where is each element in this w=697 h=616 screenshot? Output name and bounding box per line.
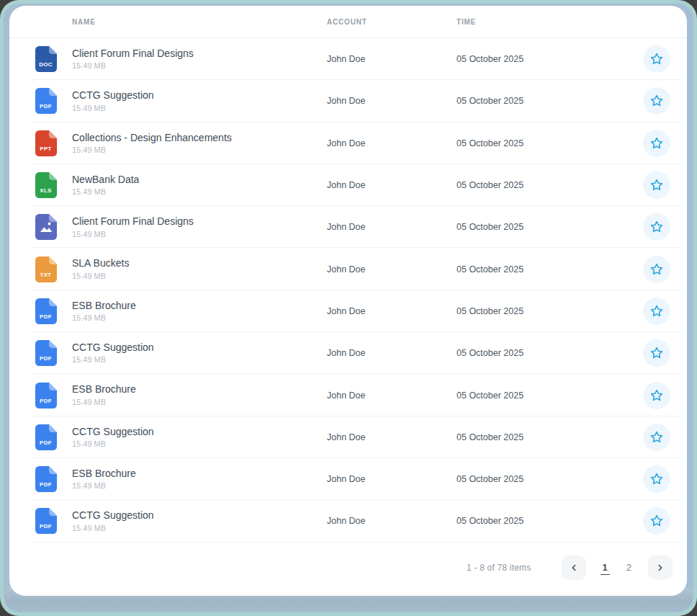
file-name-cell: CCTG Suggestion 15.49 MB bbox=[72, 427, 327, 448]
file-size: 15.49 MB bbox=[72, 104, 327, 112]
file-icon-cell: PPT bbox=[35, 130, 72, 156]
file-name-cell: Client Forum Final Designs 15.49 MB bbox=[72, 216, 327, 238]
star-icon bbox=[649, 514, 664, 528]
file-name-cell: CCTG Suggestion 15.49 MB bbox=[72, 342, 327, 364]
star-icon bbox=[649, 220, 664, 234]
file-type-icon-txt: TXT bbox=[35, 256, 57, 282]
file-type-icon-pdf: PDF bbox=[35, 383, 57, 409]
file-row-7[interactable]: PDF ESB Brochure 15.49 MB John Doe 05 Oc… bbox=[9, 290, 687, 332]
file-type-icon-ppt: PPT bbox=[35, 130, 57, 156]
file-name-cell: Collections - Design Enhancements 15.49 … bbox=[72, 133, 327, 154]
file-name: ESB Brochure bbox=[72, 468, 327, 479]
pagination-next-button[interactable] bbox=[648, 555, 673, 580]
pagination-page-1[interactable]: 1 bbox=[601, 561, 610, 575]
file-size: 15.49 MB bbox=[72, 439, 327, 448]
file-row-9[interactable]: PDF ESB Brochure 15.49 MB John Doe 05 Oc… bbox=[9, 374, 687, 416]
file-time: 05 October 2025 bbox=[457, 54, 641, 64]
favorite-star-button[interactable] bbox=[643, 424, 670, 451]
svg-text:PDF: PDF bbox=[40, 313, 52, 320]
file-time: 05 October 2025 bbox=[457, 306, 641, 316]
file-row-4[interactable]: XLS NewBank Data 15.49 MB John Doe 05 Oc… bbox=[9, 164, 687, 206]
file-account: John Doe bbox=[327, 222, 457, 232]
svg-text:PDF: PDF bbox=[40, 398, 52, 404]
file-size: 15.49 MB bbox=[72, 61, 327, 70]
file-row-3[interactable]: PPT Collections - Design Enhancements 15… bbox=[9, 122, 687, 164]
file-time: 05 October 2025 bbox=[457, 264, 641, 274]
file-name-cell: ESB Brochure 15.49 MB bbox=[72, 300, 327, 322]
file-name-cell: ESB Brochure 15.49 MB bbox=[72, 384, 327, 406]
file-row-11[interactable]: PDF ESB Brochure 15.49 MB John Doe 05 Oc… bbox=[9, 458, 687, 500]
file-name: Collections - Design Enhancements bbox=[72, 133, 327, 143]
file-row-6[interactable]: TXT SLA Buckets 15.49 MB John Doe 05 Oct… bbox=[9, 248, 687, 290]
file-account: John Doe bbox=[327, 474, 457, 484]
svg-text:PDF: PDF bbox=[40, 439, 52, 446]
column-header-account: ACCOUNT bbox=[327, 18, 457, 26]
file-size: 15.49 MB bbox=[72, 355, 327, 364]
column-header-time: TIME bbox=[457, 18, 641, 26]
favorite-star-button[interactable] bbox=[643, 213, 670, 241]
pagination-summary: 1 - 8 of 78 items bbox=[467, 563, 531, 573]
file-account: John Doe bbox=[327, 306, 457, 316]
favorite-star-button[interactable] bbox=[643, 45, 670, 73]
svg-text:PDF: PDF bbox=[40, 355, 52, 362]
file-type-icon-img bbox=[35, 214, 57, 240]
file-name-cell: CCTG Suggestion 15.49 MB bbox=[72, 90, 327, 112]
file-name: ESB Brochure bbox=[72, 300, 327, 311]
file-icon-cell: PDF bbox=[35, 298, 72, 324]
star-icon bbox=[649, 136, 664, 151]
chevron-right-icon bbox=[655, 563, 665, 573]
file-list-card: NAME ACCOUNT TIME DOC Client Forum Final… bbox=[9, 6, 687, 596]
favorite-star-button[interactable] bbox=[643, 87, 670, 115]
file-row-10[interactable]: PDF CCTG Suggestion 15.49 MB John Doe 05… bbox=[9, 416, 687, 458]
favorite-star-button[interactable] bbox=[643, 256, 670, 283]
file-name: CCTG Suggestion bbox=[72, 90, 327, 101]
pagination-page-2[interactable]: 2 bbox=[624, 561, 634, 574]
file-account: John Doe bbox=[327, 264, 457, 274]
chevron-left-icon bbox=[569, 563, 579, 573]
file-size: 15.49 MB bbox=[72, 230, 327, 238]
svg-text:PDF: PDF bbox=[40, 103, 52, 110]
favorite-star-button[interactable] bbox=[643, 507, 670, 535]
favorite-star-button[interactable] bbox=[643, 382, 670, 409]
file-icon-cell bbox=[35, 214, 72, 240]
file-row-1[interactable]: DOC Client Forum Final Designs 15.49 MB … bbox=[9, 38, 687, 80]
file-size: 15.49 MB bbox=[72, 272, 327, 280]
window-frame: NAME ACCOUNT TIME DOC Client Forum Final… bbox=[0, 0, 697, 616]
file-account: John Doe bbox=[327, 390, 457, 401]
file-name-cell: CCTG Suggestion 15.49 MB bbox=[72, 510, 327, 532]
favorite-star-button[interactable] bbox=[643, 171, 670, 199]
file-size: 15.49 MB bbox=[72, 313, 327, 322]
star-icon bbox=[649, 178, 664, 192]
file-name-cell: SLA Buckets 15.49 MB bbox=[72, 258, 327, 280]
star-icon bbox=[649, 388, 664, 403]
pagination-prev-button[interactable] bbox=[562, 555, 586, 580]
file-type-icon-pdf: PDF bbox=[35, 466, 57, 492]
file-name: CCTG Suggestion bbox=[72, 342, 327, 353]
file-name: Client Forum Final Designs bbox=[72, 216, 327, 227]
favorite-star-button[interactable] bbox=[643, 465, 670, 493]
file-row-8[interactable]: PDF CCTG Suggestion 15.49 MB John Doe 05… bbox=[9, 332, 687, 374]
file-rows: DOC Client Forum Final Designs 15.49 MB … bbox=[9, 38, 687, 543]
file-name-cell: Client Forum Final Designs 15.49 MB bbox=[72, 48, 327, 70]
favorite-star-button[interactable] bbox=[643, 339, 670, 367]
file-row-5[interactable]: Client Forum Final Designs 15.49 MB John… bbox=[9, 206, 687, 248]
file-name: CCTG Suggestion bbox=[72, 510, 327, 521]
file-size: 15.49 MB bbox=[72, 146, 327, 154]
column-header-name: NAME bbox=[72, 18, 327, 26]
file-account: John Doe bbox=[327, 180, 457, 190]
file-time: 05 October 2025 bbox=[457, 180, 641, 190]
file-icon-cell: PDF bbox=[35, 383, 72, 409]
file-icon-cell: PDF bbox=[35, 508, 72, 534]
file-row-12[interactable]: PDF CCTG Suggestion 15.49 MB John Doe 05… bbox=[9, 500, 687, 542]
file-row-2[interactable]: PDF CCTG Suggestion 15.49 MB John Doe 05… bbox=[9, 80, 687, 122]
favorite-star-button[interactable] bbox=[643, 298, 670, 325]
favorite-star-button[interactable] bbox=[643, 130, 670, 157]
star-icon bbox=[649, 262, 664, 277]
file-icon-cell: PDF bbox=[35, 466, 72, 492]
file-account: John Doe bbox=[327, 96, 457, 106]
table-header: NAME ACCOUNT TIME bbox=[9, 6, 687, 38]
file-name-cell: NewBank Data 15.49 MB bbox=[72, 174, 327, 196]
star-icon bbox=[649, 52, 664, 66]
file-time: 05 October 2025 bbox=[457, 222, 641, 232]
file-account: John Doe bbox=[327, 432, 457, 442]
